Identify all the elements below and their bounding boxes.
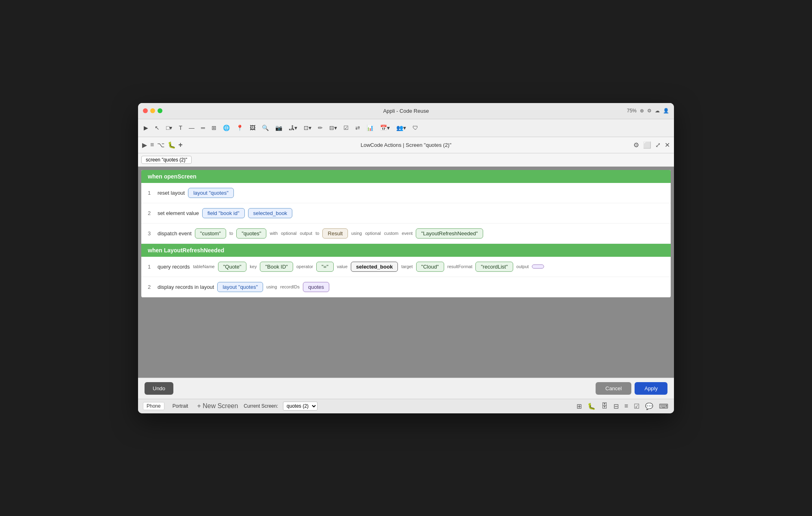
- statusbar: Phone Portrait + New Screen Current Scre…: [138, 399, 674, 413]
- bug2-icon[interactable]: 🐛: [587, 402, 596, 411]
- cloud-icon[interactable]: ☁: [655, 108, 660, 114]
- window-title: Appli - Code Reuse: [383, 108, 429, 114]
- toolbar2-icons: ▶ ≡ ⌥ 🐛 +: [141, 140, 183, 150]
- bug-icon[interactable]: 🐛: [167, 140, 177, 150]
- screen-select[interactable]: quotes (2): [283, 402, 317, 411]
- hline-button[interactable]: ═: [199, 123, 207, 133]
- value-label: value: [337, 264, 348, 269]
- quote-token[interactable]: "Quote": [218, 262, 247, 272]
- speech-icon[interactable]: 💬: [644, 402, 654, 411]
- selected-book2-token[interactable]: selected_book: [351, 262, 398, 272]
- search-button[interactable]: 🔍: [259, 123, 271, 133]
- row-2-2: 2 display records in layout layout "quot…: [141, 277, 671, 297]
- chart-button[interactable]: 📊: [364, 123, 376, 133]
- target-label: target: [401, 264, 412, 269]
- image-button[interactable]: 🖼: [247, 123, 258, 133]
- close2-icon[interactable]: ✕: [664, 140, 671, 150]
- pin-button[interactable]: 📍: [234, 123, 246, 133]
- camera-button[interactable]: 📷: [273, 123, 285, 133]
- section2-header: when LayoutRefreshNeeded: [141, 244, 671, 257]
- row-label: display records in layout: [158, 284, 214, 290]
- list2-icon[interactable]: ≡: [624, 402, 629, 411]
- undo-button[interactable]: Undo: [145, 382, 173, 395]
- settings-icon[interactable]: ⚙: [647, 108, 652, 114]
- cancel-button[interactable]: Cancel: [596, 382, 631, 395]
- quotes-token[interactable]: "quotes": [236, 228, 266, 239]
- globe-button[interactable]: 🌐: [220, 123, 232, 133]
- output2-label: output: [516, 264, 529, 269]
- users-button[interactable]: 👥▾: [394, 123, 408, 133]
- line-button[interactable]: —: [186, 123, 197, 133]
- layout-quotes-token[interactable]: layout "quotes": [188, 188, 234, 198]
- zoom-level: 75%: [627, 108, 637, 114]
- list-icon[interactable]: ≡: [149, 140, 155, 150]
- screen-dropdown[interactable]: quotes (2): [283, 402, 317, 411]
- selected-book-token[interactable]: selected_book: [248, 208, 293, 218]
- row-1-3: 3 dispatch event "custom" to "quotes" wi…: [141, 224, 671, 244]
- cloud-token[interactable]: "Cloud": [416, 262, 444, 272]
- user-icon[interactable]: 👤: [663, 108, 669, 114]
- row-1-2: 2 set element value field "book id" sele…: [141, 203, 671, 224]
- to-label: to: [229, 231, 233, 236]
- check-button[interactable]: ☑: [341, 123, 351, 133]
- rect-button[interactable]: □▾: [164, 123, 175, 133]
- equals-token[interactable]: "=": [316, 262, 334, 272]
- output-token[interactable]: [532, 264, 544, 269]
- output-label: output: [300, 231, 313, 236]
- using2-label: using: [266, 284, 277, 289]
- split-icon[interactable]: ⬜: [642, 140, 652, 150]
- keyboard-icon[interactable]: ⌨: [658, 402, 669, 411]
- main-toolbar: ▶ ↖ □▾ T — ═ ⊞ 🌐 📍 🖼 🔍 📷 🏞▾ ⊡▾ ✏ ⊟▾ ☑ ⇄ …: [138, 119, 674, 137]
- quotes2-token[interactable]: quotes: [303, 282, 329, 292]
- custom2-label: custom: [384, 231, 398, 236]
- custom-token[interactable]: "custom": [195, 228, 226, 239]
- code2-icon[interactable]: ⌥: [156, 140, 165, 150]
- add-button[interactable]: +: [178, 140, 183, 150]
- layout-quotes2-token[interactable]: layout "quotes": [217, 282, 263, 292]
- section1-header: when openScreen: [141, 170, 671, 183]
- calendar-button[interactable]: 📅▾: [378, 123, 392, 133]
- play-button[interactable]: ▶: [141, 123, 151, 133]
- layout-button[interactable]: ⊡▾: [301, 123, 314, 133]
- with-label: with: [270, 231, 278, 236]
- minimize-button[interactable]: [150, 108, 155, 113]
- status-icons: ⊞ 🐛 🗄 ⊟ ≡ ☑ 💬 ⌨: [576, 402, 669, 411]
- layout-refresh-token[interactable]: "LayoutRefreshNeeded": [416, 228, 483, 239]
- grid-icon[interactable]: ⊞: [576, 402, 583, 411]
- result-token[interactable]: Result: [322, 228, 348, 239]
- edit-button[interactable]: ✏: [315, 123, 325, 133]
- fullscreen-icon[interactable]: ⤢: [654, 140, 661, 150]
- zoom-icon[interactable]: ⊕: [640, 108, 644, 114]
- row-num: 3: [148, 230, 154, 236]
- play2-icon[interactable]: ▶: [141, 140, 148, 150]
- shield-button[interactable]: 🛡: [410, 123, 421, 133]
- bookid-token[interactable]: "Book ID": [260, 262, 293, 272]
- new-screen-button[interactable]: + New Screen: [196, 402, 239, 411]
- screen-tab[interactable]: screen "quotes (2)": [141, 156, 192, 164]
- db2-icon[interactable]: ⊟: [613, 402, 620, 411]
- settings2-icon[interactable]: ⚙: [633, 140, 640, 150]
- tablename-label: tableName: [193, 264, 214, 269]
- photo-button[interactable]: 🏞▾: [286, 123, 300, 133]
- arrows-button[interactable]: ⇄: [353, 123, 363, 133]
- close-button[interactable]: [143, 108, 148, 113]
- row-num: 2: [148, 210, 154, 216]
- phone-label[interactable]: Phone: [143, 402, 164, 410]
- portrait-label[interactable]: Portrait: [169, 402, 192, 410]
- resultformat-label: resultFormat: [447, 264, 473, 269]
- db-icon[interactable]: 🗄: [600, 402, 609, 411]
- check2-icon[interactable]: ☑: [633, 402, 640, 411]
- text-button[interactable]: T: [176, 123, 185, 133]
- recordids-label: recordIDs: [280, 284, 300, 289]
- row-num: 1: [148, 190, 154, 196]
- field-bookid-token[interactable]: field "book id": [202, 208, 245, 218]
- optional-label: optional: [281, 231, 297, 236]
- row-label: query records: [158, 264, 190, 270]
- code-button[interactable]: ⊟▾: [327, 123, 339, 133]
- operator-label: operator: [296, 264, 313, 269]
- cursor-button[interactable]: ↖: [152, 123, 162, 133]
- apply-button[interactable]: Apply: [635, 382, 667, 395]
- recordlist-token[interactable]: "recordList": [475, 262, 513, 272]
- maximize-button[interactable]: [158, 108, 162, 113]
- table-button[interactable]: ⊞: [209, 123, 219, 133]
